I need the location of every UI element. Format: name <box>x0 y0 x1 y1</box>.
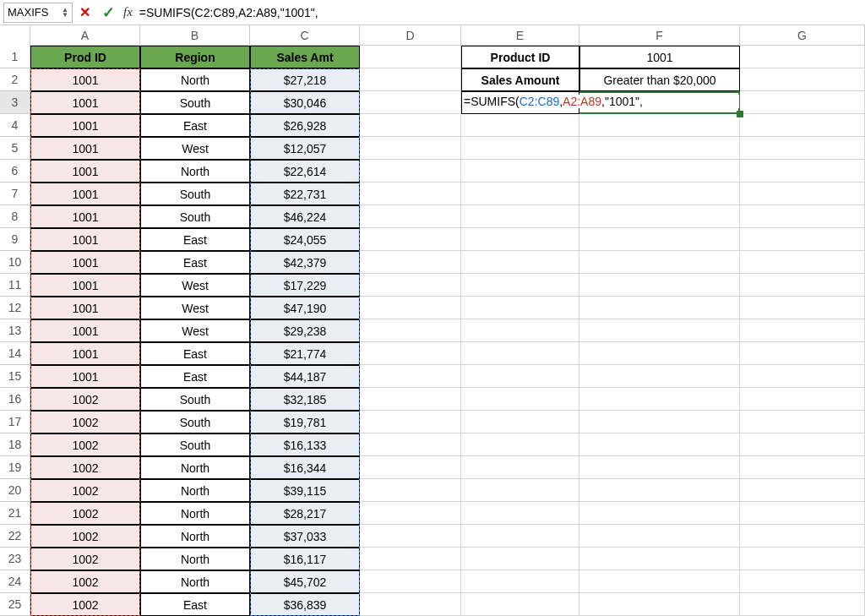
cell-region[interactable]: West <box>140 137 250 160</box>
cell-region[interactable]: South <box>140 183 250 205</box>
cell-prodid[interactable]: 1002 <box>30 570 140 593</box>
cell-sales[interactable]: $45,702 <box>250 570 360 593</box>
row-header[interactable]: 21 <box>0 502 30 525</box>
cell-empty[interactable] <box>740 205 865 228</box>
cell-empty[interactable] <box>740 342 865 365</box>
name-box[interactable]: MAXIFS ▲ ▼ <box>3 3 73 23</box>
cell-empty[interactable] <box>740 411 865 433</box>
row-header[interactable]: 2 <box>0 68 30 91</box>
confirm-button[interactable]: ✓ <box>96 3 120 23</box>
cell-prodid[interactable]: 1001 <box>30 91 140 114</box>
cell-empty[interactable] <box>579 205 740 228</box>
cell-sales[interactable]: $12,057 <box>250 137 360 160</box>
cell-sales[interactable]: $26,928 <box>250 114 360 137</box>
cell-prodid[interactable]: 1001 <box>30 319 140 342</box>
row-header[interactable]: 11 <box>0 274 30 297</box>
cell-region[interactable]: North <box>140 160 250 183</box>
cell-empty[interactable] <box>740 46 865 68</box>
cell-prodid[interactable]: 1002 <box>30 479 140 502</box>
cell-prodid[interactable]: 1002 <box>30 433 140 456</box>
row-header[interactable]: 6 <box>0 160 30 183</box>
cell-empty[interactable] <box>461 456 579 479</box>
cell-empty[interactable] <box>461 342 579 365</box>
cell-prodid[interactable]: 1001 <box>30 297 140 319</box>
cell-region[interactable]: North <box>140 570 250 593</box>
cell-empty[interactable] <box>461 433 579 456</box>
row-header[interactable]: 4 <box>0 114 30 137</box>
cell-empty[interactable] <box>461 137 579 160</box>
cell-region[interactable]: South <box>140 433 250 456</box>
cell-prodid[interactable]: 1001 <box>30 160 140 183</box>
cell-empty[interactable] <box>360 502 461 525</box>
row-header[interactable]: 20 <box>0 479 30 502</box>
cell-empty[interactable] <box>740 251 865 274</box>
name-box-stepper[interactable]: ▲ ▼ <box>62 8 68 18</box>
cell-sales[interactable]: $42,379 <box>250 251 360 274</box>
col-header-g[interactable]: G <box>740 25 865 46</box>
cell-empty[interactable] <box>461 160 579 183</box>
col-header-b[interactable]: B <box>140 25 250 46</box>
value-product-id[interactable]: 1001 <box>579 46 740 68</box>
cell-empty[interactable] <box>740 502 865 525</box>
cancel-button[interactable]: ✕ <box>73 3 96 23</box>
cell-prodid[interactable]: 1001 <box>30 274 140 297</box>
cell-empty[interactable] <box>740 548 865 570</box>
label-sales-amount[interactable]: Sales Amount <box>461 68 579 91</box>
row-header[interactable]: 19 <box>0 456 30 479</box>
cell-prodid[interactable]: 1002 <box>30 502 140 525</box>
row-header[interactable]: 17 <box>0 411 30 433</box>
cell-empty[interactable] <box>360 297 461 319</box>
cell-empty[interactable] <box>360 319 461 342</box>
cell-empty[interactable] <box>579 319 740 342</box>
label-product-id[interactable]: Product ID <box>461 46 579 68</box>
cell-empty[interactable] <box>461 183 579 205</box>
row-header[interactable]: 12 <box>0 297 30 319</box>
cell-region[interactable]: East <box>140 593 250 616</box>
cell-empty[interactable] <box>461 251 579 274</box>
row-header[interactable]: 10 <box>0 251 30 274</box>
col-header-d[interactable]: D <box>360 25 461 46</box>
cell-empty[interactable] <box>360 411 461 433</box>
cell-prodid[interactable]: 1001 <box>30 365 140 388</box>
cell-empty[interactable] <box>461 205 579 228</box>
cell-empty[interactable] <box>740 365 865 388</box>
cell-region[interactable]: West <box>140 274 250 297</box>
row-header[interactable]: 9 <box>0 228 30 251</box>
cell-empty[interactable] <box>360 228 461 251</box>
cell-empty[interactable] <box>360 251 461 274</box>
cell-empty[interactable] <box>740 388 865 411</box>
cell-region[interactable]: North <box>140 479 250 502</box>
cell-empty[interactable] <box>740 479 865 502</box>
cell-empty[interactable] <box>740 593 865 616</box>
cell-region[interactable]: East <box>140 365 250 388</box>
cell-empty[interactable] <box>360 479 461 502</box>
cell-sales[interactable]: $46,224 <box>250 205 360 228</box>
cell-sales[interactable]: $28,217 <box>250 502 360 525</box>
cell-empty[interactable] <box>579 548 740 570</box>
cell-empty[interactable] <box>579 411 740 433</box>
cell-empty[interactable] <box>360 91 461 114</box>
cell-empty[interactable] <box>461 570 579 593</box>
select-all-corner[interactable] <box>0 25 30 46</box>
cell-sales[interactable]: $22,731 <box>250 183 360 205</box>
cell-region[interactable]: South <box>140 205 250 228</box>
row-header[interactable]: 7 <box>0 183 30 205</box>
cell-sales[interactable]: $37,033 <box>250 525 360 548</box>
fx-icon[interactable]: fx <box>123 5 133 19</box>
cell-sales[interactable]: $44,187 <box>250 365 360 388</box>
cell-empty[interactable] <box>461 114 579 137</box>
header-prod-id[interactable]: Prod ID <box>30 46 140 68</box>
cell-empty[interactable] <box>740 274 865 297</box>
cell-prodid[interactable]: 1002 <box>30 525 140 548</box>
cell-sales[interactable]: $21,774 <box>250 342 360 365</box>
col-header-c[interactable]: C <box>250 25 360 46</box>
cell-empty[interactable] <box>360 183 461 205</box>
cell-prodid[interactable]: 1001 <box>30 342 140 365</box>
cell-empty[interactable] <box>461 319 579 342</box>
cell-empty[interactable] <box>579 137 740 160</box>
cell-empty[interactable] <box>740 160 865 183</box>
cell-empty[interactable] <box>740 570 865 593</box>
cell-sales[interactable]: $30,046 <box>250 91 360 114</box>
cell-empty[interactable] <box>360 388 461 411</box>
cell-region[interactable]: South <box>140 411 250 433</box>
